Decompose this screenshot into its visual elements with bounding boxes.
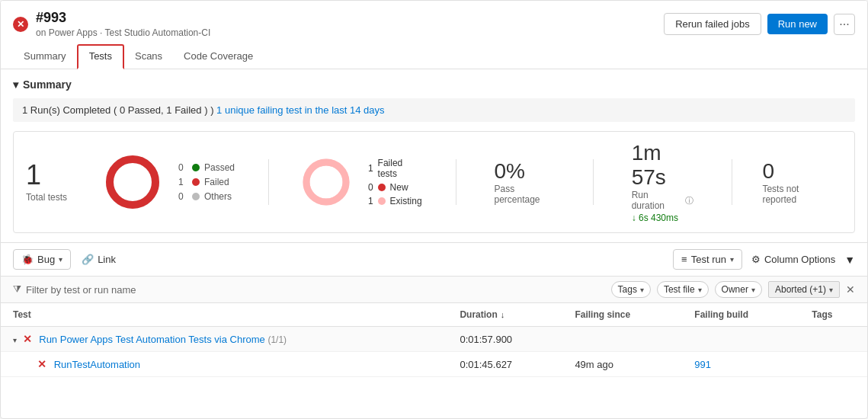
test-run-button[interactable]: ≡ Test run ▾ xyxy=(673,249,742,270)
not-reported-label: Tests not reported xyxy=(762,184,827,205)
failed-count: 1 xyxy=(178,177,187,187)
pass-pct-label: Pass percentage xyxy=(495,184,555,205)
svg-point-3 xyxy=(306,162,346,202)
link-label: Link xyxy=(98,254,116,265)
aborted-chevron-icon: ▾ xyxy=(829,286,833,294)
divider-1 xyxy=(268,159,269,205)
tags-filter[interactable]: Tags ▾ xyxy=(611,281,651,298)
pass-percentage: 0% Pass percentage xyxy=(495,159,555,205)
child-duration-value: 0:01:45.627 xyxy=(460,359,512,370)
test-file-filter[interactable]: Test file ▾ xyxy=(657,281,709,298)
group-failing-since-cell xyxy=(562,327,682,352)
run-duration-sub: ↓ 6s 430ms xyxy=(632,213,693,223)
child-failing-build-value[interactable]: 991 xyxy=(694,359,711,370)
child-tags-cell xyxy=(799,352,867,377)
legend-failed: 1 Failed xyxy=(178,177,235,187)
th-failing-build: Failing build xyxy=(682,303,799,327)
divider-2 xyxy=(456,159,456,205)
bug-button[interactable]: 🐞 Bug ▾ xyxy=(13,249,71,270)
tags-chevron-icon: ▾ xyxy=(640,286,644,294)
th-failing-since: Failing since xyxy=(562,303,682,327)
failed-dot xyxy=(192,178,200,186)
table-header: Test Duration ↓ Failing since Failing bu… xyxy=(1,303,867,327)
passed-dot xyxy=(192,164,200,171)
content: ▾ Summary 1 Run(s) Completed ( 0 Passed,… xyxy=(1,78,867,377)
test-file-chevron-icon: ▾ xyxy=(698,286,702,294)
column-options-button[interactable]: ⚙ Column Options xyxy=(751,254,835,265)
tab-summary[interactable]: Summary xyxy=(13,44,77,69)
more-options-button[interactable]: ··· xyxy=(834,14,855,35)
donut-svg xyxy=(102,152,163,213)
test-run-label: Test run xyxy=(691,254,726,265)
build-number: #993 xyxy=(36,10,210,26)
failed-tests-label: Failed tests xyxy=(378,158,422,179)
filter-left: ⧩ Filter by test or run name xyxy=(13,283,136,296)
owner-label: Owner xyxy=(722,284,748,295)
th-duration: Duration ↓ xyxy=(447,303,562,327)
existing-item: 1 Existing xyxy=(368,196,422,206)
new-item: 0 New xyxy=(368,182,422,193)
child-duration-cell: 0:01:45.627 xyxy=(447,352,562,377)
link-button[interactable]: 🔗 Link xyxy=(74,250,123,269)
filter-funnel-icon: ⧩ xyxy=(13,283,21,296)
tabs: Summary Tests Scans Code Coverage xyxy=(13,44,855,69)
summary-toggle[interactable]: ▾ Summary xyxy=(13,78,855,91)
tab-tests[interactable]: Tests xyxy=(77,44,124,69)
passed-label: Passed xyxy=(204,162,235,173)
new-dot xyxy=(378,184,386,191)
owner-chevron-icon: ▾ xyxy=(751,286,755,294)
owner-filter[interactable]: Owner ▾ xyxy=(715,281,762,298)
bug-chevron-icon: ▾ xyxy=(59,255,62,264)
bug-icon: 🐞 xyxy=(21,254,34,265)
build-subtitle: on Power Apps · Test Studio Automation-C… xyxy=(36,27,210,38)
tab-code-coverage[interactable]: Code Coverage xyxy=(173,44,264,69)
stats-row: 1 Total tests 0 Passed xyxy=(13,131,855,233)
table-row: ▾ ✕ Run Power Apps Test Automation Tests… xyxy=(1,327,867,352)
close-button[interactable]: ✕ xyxy=(13,17,28,32)
clear-filters-button[interactable]: ✕ xyxy=(846,283,855,296)
aborted-filter[interactable]: Aborted (+1) ▾ xyxy=(768,281,840,298)
sort-icon[interactable]: ↓ xyxy=(501,310,505,319)
fail-status-icon: ✕ xyxy=(23,333,32,345)
rerun-failed-jobs-button[interactable]: Rerun failed jobs xyxy=(664,13,761,35)
test-run-icon: ≡ xyxy=(681,254,687,265)
filter-icon[interactable]: ▼ xyxy=(844,254,855,266)
app-container: ✕ #993 on Power Apps · Test Studio Autom… xyxy=(0,0,868,419)
column-options-label: Column Options xyxy=(764,254,835,265)
unique-failing-link[interactable]: 1 unique failing test in the last 14 day… xyxy=(216,104,384,116)
header-left: ✕ #993 on Power Apps · Test Studio Autom… xyxy=(13,10,210,38)
group-test-name[interactable]: Run Power Apps Test Automation Tests via… xyxy=(39,334,265,345)
link-icon: 🔗 xyxy=(82,254,94,265)
toolbar-right: ≡ Test run ▾ ⚙ Column Options ▼ xyxy=(673,249,855,270)
total-count: 1 xyxy=(26,162,87,189)
banner-text: 1 Run(s) Completed ( 0 Passed, 1 Failed … xyxy=(22,104,208,116)
toolbar: 🐞 Bug ▾ 🔗 Link ≡ Test run ▾ ⚙ Column Opt xyxy=(1,242,867,277)
chevron-down-icon: ▾ xyxy=(13,78,18,91)
expand-icon[interactable]: ▾ xyxy=(13,336,17,344)
header-top: ✕ #993 on Power Apps · Test Studio Autom… xyxy=(13,10,855,38)
build-info: #993 on Power Apps · Test Studio Automat… xyxy=(36,10,210,38)
child-failing-since-value: 49m ago xyxy=(575,359,613,370)
run-new-button[interactable]: Run new xyxy=(767,14,828,34)
failed-tests-item: 1 Failed tests xyxy=(368,158,422,179)
th-tags: Tags xyxy=(799,303,867,327)
filter-placeholder: Filter by test or run name xyxy=(26,284,136,296)
header-right: Rerun failed jobs Run new ··· xyxy=(664,13,855,35)
donut-legend: 0 Passed 1 Failed 0 Others xyxy=(178,162,235,202)
summary-banner: 1 Run(s) Completed ( 0 Passed, 1 Failed … xyxy=(13,98,855,122)
child-failing-build-cell: 991 xyxy=(682,352,799,377)
info-icon: ⓘ xyxy=(685,195,693,206)
not-reported-count: 0 xyxy=(762,159,827,184)
child-test-name[interactable]: RunTestAutomation xyxy=(54,359,140,370)
table-row: ✕ RunTestAutomation 0:01:45.627 49m ago … xyxy=(1,352,867,377)
run-duration-label: Run duration ⓘ xyxy=(632,190,693,211)
existing-dot xyxy=(378,197,386,205)
tab-scans[interactable]: Scans xyxy=(124,44,173,69)
others-label: Others xyxy=(204,191,232,202)
divider-3 xyxy=(593,159,594,205)
group-test-cell: ▾ ✕ Run Power Apps Test Automation Tests… xyxy=(1,327,447,352)
tests-not-reported: 0 Tests not reported xyxy=(762,159,827,205)
filter-right: Tags ▾ Test file ▾ Owner ▾ Aborted (+1) … xyxy=(611,281,855,298)
fail-status-icon: ✕ xyxy=(37,358,46,370)
svg-point-1 xyxy=(110,159,155,205)
